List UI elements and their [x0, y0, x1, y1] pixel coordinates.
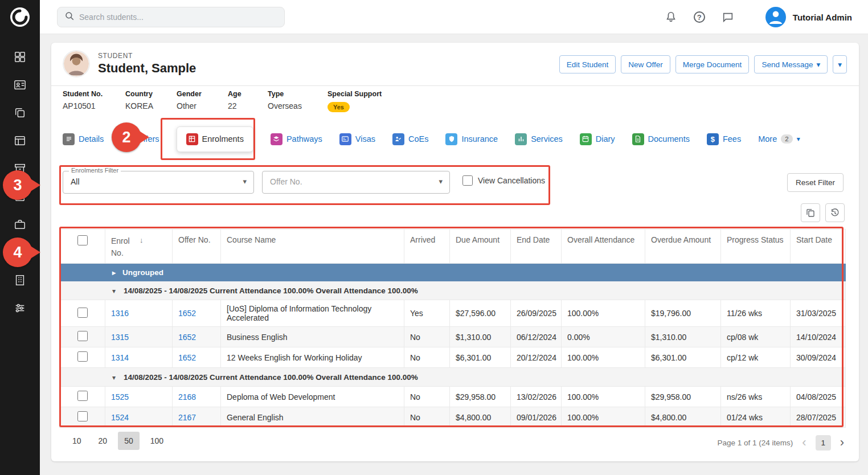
row-checkbox[interactable]: [77, 351, 88, 362]
tab-insurance[interactable]: Insurance: [445, 133, 498, 145]
enrolments-filter-select[interactable]: Enrolments Filter All ▾: [63, 171, 254, 194]
subgroup-row[interactable]: ▾14/08/2025 - 14/08/2025 Current Attenda…: [60, 281, 846, 300]
group-row-ungrouped[interactable]: ▸Ungrouped: [60, 264, 846, 281]
offer-no-link[interactable]: 2168: [178, 392, 196, 402]
col-header-overall-attendance[interactable]: Overall Attendance: [562, 230, 645, 264]
edit-student-button[interactable]: Edit Student: [559, 55, 616, 73]
col-header-enrol-no[interactable]: Enrol No.↓: [105, 230, 173, 264]
page-number-1[interactable]: 1: [816, 435, 831, 451]
app-sidebar: [0, 0, 40, 475]
course-name-cell: Deploma of Web Development: [221, 387, 404, 407]
col-header-overdue-amount[interactable]: Overdue Amount: [645, 230, 721, 264]
student-kind-label: STUDENT: [98, 52, 133, 60]
col-header-offer-no[interactable]: Offer No.: [173, 230, 221, 264]
sidebar-contacts-icon[interactable]: [14, 79, 26, 91]
sidebar-briefcase-icon[interactable]: [14, 218, 26, 231]
user-name: Tutorial Admin: [793, 13, 852, 22]
sidebar-calendar-icon[interactable]: [14, 190, 26, 203]
user-menu[interactable]: Tutorial Admin: [765, 7, 852, 27]
row-checkbox[interactable]: [77, 411, 88, 421]
view-cancellations-toggle[interactable]: View Cancellations: [462, 175, 545, 186]
attendance-cell: 100.00%: [562, 387, 645, 407]
student-avatar[interactable]: [63, 50, 90, 77]
view-cancellations-checkbox[interactable]: [462, 175, 473, 186]
col-header-due-amount[interactable]: Due Amount: [450, 230, 511, 264]
tab-visas[interactable]: Visas: [339, 133, 375, 145]
special-support-badge: Yes: [327, 102, 350, 112]
sidebar-organisation-icon[interactable]: [14, 274, 26, 286]
send-message-button[interactable]: Send Message▾: [754, 55, 828, 73]
offer-no-link[interactable]: 1652: [178, 353, 196, 362]
end-date-cell: 09/01/2026: [511, 407, 562, 428]
insurance-icon: [445, 133, 457, 145]
tab-fees[interactable]: $ Fees: [707, 133, 741, 145]
course-name-cell: 12 Weeks English for Working Holiday: [221, 347, 404, 368]
next-page-icon[interactable]: ›: [840, 436, 844, 449]
sidebar-messages-icon[interactable]: [14, 246, 26, 259]
offer-no-link[interactable]: 1652: [178, 333, 196, 342]
enrol-no-link[interactable]: 1525: [111, 392, 129, 402]
col-header-end-date[interactable]: End Date: [511, 230, 562, 264]
end-date-cell: 26/09/2025: [511, 300, 562, 327]
enrol-no-link[interactable]: 1314: [111, 353, 129, 362]
student-search[interactable]: [57, 7, 285, 27]
attendance-cell: 0.00%: [562, 327, 645, 347]
enrolments-icon: [186, 133, 198, 145]
chat-icon[interactable]: [721, 10, 735, 24]
tab-diary[interactable]: Diary: [580, 133, 615, 145]
sidebar-dashboard-icon[interactable]: [14, 51, 26, 63]
sidebar-archive-icon[interactable]: [14, 162, 26, 175]
overdue-amount-cell: $29,958.00: [645, 387, 721, 407]
help-icon[interactable]: ?: [693, 10, 706, 24]
select-all-checkbox[interactable]: [77, 235, 88, 245]
sidebar-enrolments-icon[interactable]: [14, 134, 26, 147]
col-header-progress-status[interactable]: Progress Status: [721, 230, 791, 264]
offer-no-link[interactable]: 1652: [178, 309, 196, 318]
history-icon[interactable]: [825, 203, 845, 222]
caret-down-icon: ▾: [243, 177, 247, 186]
page-size-50[interactable]: 50: [118, 432, 140, 450]
tab-coes[interactable]: CoEs: [392, 133, 428, 145]
end-date-cell: 13/02/2026: [511, 387, 562, 407]
tab-details[interactable]: Details: [63, 133, 104, 145]
page-size-10[interactable]: 10: [66, 432, 88, 450]
prev-page-icon[interactable]: ‹: [802, 436, 806, 449]
column-chooser-icon[interactable]: [801, 203, 820, 222]
sort-desc-icon: ↓: [140, 236, 144, 244]
student-tabs: Details Offers Enrolments Pathways Visas…: [51, 122, 859, 155]
end-date-cell: 20/12/2024: [511, 347, 562, 368]
enrol-no-link[interactable]: 1316: [111, 309, 129, 318]
enrol-no-link[interactable]: 1524: [111, 413, 129, 422]
subgroup-row[interactable]: ▾14/08/2025 - 14/08/2025 Current Attenda…: [60, 368, 846, 387]
sidebar-settings-icon[interactable]: [14, 302, 26, 314]
col-header-start-date[interactable]: Start Date: [791, 230, 846, 264]
tab-pathways[interactable]: Pathways: [271, 133, 322, 145]
page-size-20[interactable]: 20: [92, 432, 114, 450]
notifications-bell-icon[interactable]: [664, 10, 678, 24]
more-actions-dropdown-button[interactable]: ▾: [833, 55, 847, 73]
row-checkbox[interactable]: [77, 391, 88, 401]
page-size-100[interactable]: 100: [144, 432, 170, 450]
col-header-course-name[interactable]: Course Name: [221, 230, 404, 264]
tab-enrolments[interactable]: Enrolments: [177, 126, 253, 152]
reset-filter-button[interactable]: Reset Filter: [787, 173, 844, 192]
tab-documents[interactable]: Documents: [632, 133, 690, 145]
col-header-arrived[interactable]: Arrived: [404, 230, 450, 264]
row-checkbox[interactable]: [77, 308, 88, 318]
progress-status-cell: ns/26 wks: [721, 387, 791, 407]
offer-no-link[interactable]: 2167: [178, 413, 196, 422]
offer-no-select[interactable]: Offer No. ▾: [262, 171, 450, 194]
search-input[interactable]: [79, 13, 277, 22]
visas-icon: [339, 133, 351, 145]
tab-services[interactable]: Services: [515, 133, 563, 145]
tab-offers[interactable]: Offers: [121, 133, 159, 145]
caret-down-icon: ▾: [797, 135, 800, 143]
expand-right-icon: ▸: [112, 269, 116, 277]
tab-more[interactable]: More 2 ▾: [758, 134, 800, 144]
enrol-no-link[interactable]: 1315: [111, 333, 129, 342]
sidebar-offers-icon[interactable]: [14, 107, 26, 119]
app-logo-icon[interactable]: [10, 7, 30, 27]
merge-document-button[interactable]: Merge Document: [675, 55, 750, 73]
row-checkbox[interactable]: [77, 331, 88, 341]
new-offer-button[interactable]: New Offer: [621, 55, 670, 73]
